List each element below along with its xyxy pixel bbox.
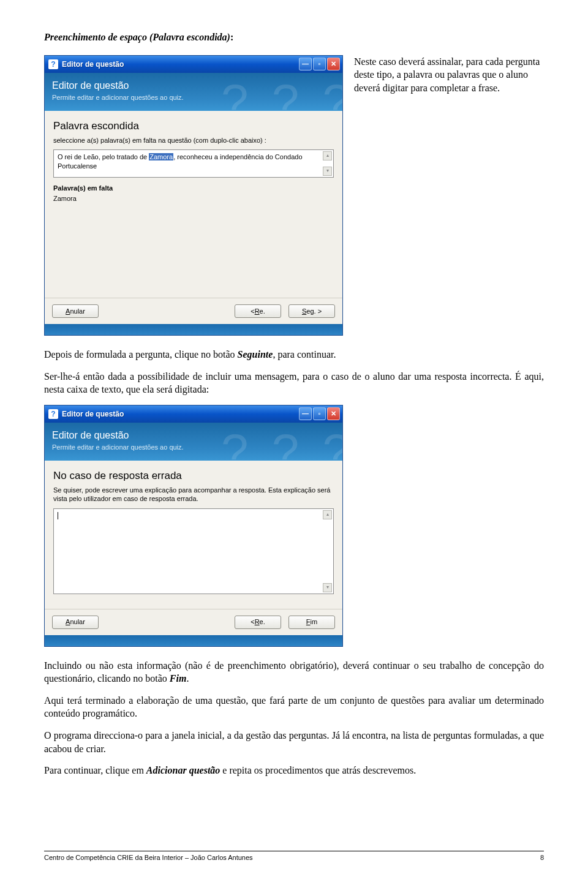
page-footer: Centro de Competência CRIE da Beira Inte… <box>44 851 544 862</box>
dialog-editor-questao-1: ? Editor de questão — ▫ ✕ Editor de ques… <box>44 55 343 336</box>
anular-button[interactable]: Anular <box>52 304 99 318</box>
help-icon: ? <box>48 59 58 69</box>
dialog2-instruction: Se quiser, pode escrever uma explicação … <box>53 486 334 503</box>
dialog2-heading: No caso de resposta errada <box>53 469 334 483</box>
dialog-editor-questao-2: ? Editor de questão — ▫ ✕ Editor de ques… <box>44 405 343 647</box>
section-title: Preenchimento de espaço (Palavra escondi… <box>44 31 544 44</box>
dialog1-banner-title: Editor de questão <box>52 79 335 92</box>
footer-left: Centro de Competência CRIE da Beira Inte… <box>44 853 253 862</box>
help-icon: ? <box>48 409 58 419</box>
dialog1-titlebar[interactable]: ? Editor de questão — ▫ ✕ <box>45 56 342 73</box>
paragraph-after-win2-2: Aqui terá terminado a elaboração de uma … <box>44 694 544 720</box>
section-title-colon: : <box>230 32 233 42</box>
fim-emphasis: Fim <box>170 673 187 684</box>
scrollbar[interactable]: ▴ ▾ <box>323 510 332 592</box>
page-number: 8 <box>540 853 544 862</box>
dialog2-titlebar[interactable]: ? Editor de questão — ▫ ✕ <box>45 405 342 423</box>
anular-button[interactable]: Anular <box>52 616 99 629</box>
scroll-down-icon[interactable]: ▾ <box>323 167 332 176</box>
adicionar-questao-emphasis: Adicionar questão <box>146 765 220 775</box>
re-button[interactable]: < Re. <box>235 304 281 318</box>
question-text-highlight: Zamora <box>149 153 173 160</box>
maximize-button[interactable]: ▫ <box>313 407 326 420</box>
dialog1-heading: Palavra escondida <box>53 119 334 134</box>
scroll-down-icon[interactable]: ▾ <box>323 583 332 592</box>
scrollbar[interactable]: ▴ ▾ <box>323 151 332 176</box>
dialog1-button-row: Anular < Re. Seg. > <box>45 298 342 324</box>
re-button[interactable]: < Re. <box>235 616 281 629</box>
scroll-up-icon[interactable]: ▴ <box>323 151 332 160</box>
minimize-button[interactable]: — <box>299 407 312 420</box>
dialog2-bottom-stripe <box>45 635 342 646</box>
dialog1-bottom-stripe <box>45 324 342 335</box>
section-title-text: Preenchimento de espaço (Palavra escondi… <box>44 32 230 42</box>
intro-caption: Neste caso deverá assinalar, para cada p… <box>354 55 544 95</box>
paragraph-after-win2-4: Para continuar, clique em Adicionar ques… <box>44 764 544 777</box>
dialog1-banner: Editor de questão Permite editar e adici… <box>45 73 342 111</box>
dialog2-banner-sub: Permite editar e adicionar questões ao q… <box>52 443 335 452</box>
dialog1-banner-sub: Permite editar e adicionar questões ao q… <box>52 93 335 102</box>
explanation-text-input[interactable]: ▴ ▾ <box>53 508 334 594</box>
question-text-pre: O rei de Leão, pelo tratado de <box>58 153 149 160</box>
question-text-input[interactable]: O rei de Leão, pelo tratado de Zamora, r… <box>53 149 334 178</box>
dialog2-banner: Editor de questão Permite editar e adici… <box>45 423 342 461</box>
close-button[interactable]: ✕ <box>327 407 340 420</box>
close-button[interactable]: ✕ <box>327 58 340 70</box>
scroll-up-icon[interactable]: ▴ <box>323 510 332 519</box>
dialog2-title: Editor de questão <box>62 409 299 419</box>
seg-button[interactable]: Seg. > <box>288 304 335 318</box>
dialog2-button-row: Anular < Re. Fim <box>45 609 342 635</box>
missing-words-label: Palavra(s) em falta <box>53 184 334 193</box>
seguinte-emphasis: Seguinte <box>238 349 273 360</box>
paragraph-after-win1-2: Ser-lhe-á então dada a possibilidade de … <box>44 370 544 396</box>
minimize-button[interactable]: — <box>299 58 312 70</box>
paragraph-after-win1-1: Depois de formulada a pergunta, clique n… <box>44 348 544 361</box>
dialog2-banner-title: Editor de questão <box>52 429 335 442</box>
missing-words-value: Zamora <box>53 194 334 203</box>
paragraph-after-win2-1: Incluindo ou não esta informação (não é … <box>44 659 544 685</box>
text-caret <box>58 512 58 519</box>
dialog1-instruction: seleccione a(s) palavra(s) em falta na q… <box>53 136 334 145</box>
paragraph-after-win2-3: O programa direcciona-o para a janela in… <box>44 729 544 755</box>
maximize-button[interactable]: ▫ <box>313 58 326 70</box>
fim-button[interactable]: Fim <box>288 616 335 629</box>
dialog1-title: Editor de questão <box>62 59 299 69</box>
